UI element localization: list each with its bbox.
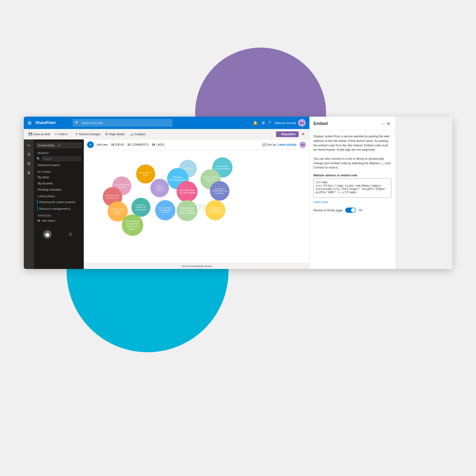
chevron-down-icon: ▾ [66, 133, 68, 136]
ideas-stat: 19 IDEAS [111, 143, 124, 146]
search-icon-small: 🔍 [37, 157, 40, 160]
sidebar-icon-layers[interactable]: ☰ [25, 151, 33, 158]
bubbles-container: viima Reducing Food WasteGreen FeeStart … [84, 150, 309, 263]
notification-icon[interactable]: 🔔 [253, 121, 258, 125]
sidebar-icon-trash[interactable]: 🗑 [25, 169, 33, 177]
save-draft-button[interactable]: 💾 Save as draft [27, 131, 52, 137]
help-icon[interactable]: ? [269, 121, 271, 125]
search-section-label: SEARCH [34, 150, 84, 155]
my-views-section-label: MY VIEWS [34, 168, 84, 174]
idea-bubble-7[interactable]: Start a composting program [151, 179, 169, 197]
main-window: ⊞ SharePoint 🔍 🔔 ⚙ ? Dainora Jociute DJ … [24, 117, 452, 269]
my-ideas-item[interactable]: My ideas [34, 174, 84, 180]
pending-evaluation-item[interactable]: Pending evaluation [34, 187, 84, 193]
sort-control[interactable]: 🔃 Sort by: Latest activity [262, 143, 297, 146]
embed-close-button[interactable]: ✕ [386, 120, 391, 127]
categories-section-label: CATEGORIES [34, 193, 84, 199]
user-name: Dainora Jociute [275, 121, 296, 125]
sharepoint-window: ⊞ SharePoint 🔍 🔔 ⚙ ? Dainora Jociute DJ … [24, 117, 309, 269]
category-bar [37, 200, 38, 204]
details-icon: ⚙ [105, 132, 108, 136]
add-new-button[interactable]: + [87, 141, 94, 148]
republish-button[interactable]: ↑ Republish [276, 131, 299, 137]
board-caption: Viima Sustainability Board [84, 263, 309, 269]
resize-label: Resize to fit the page [313, 208, 342, 212]
discard-icon: ✕ [75, 132, 78, 136]
toggle-on-label: On [359, 208, 362, 212]
pending-evaluation-label: Pending evaluation [38, 188, 62, 191]
bottom-nav-list-view[interactable]: ☰ [66, 230, 75, 239]
my-ideas-label: My ideas [38, 176, 49, 179]
advanced-search-label: Advanced search [38, 164, 60, 167]
resize-toggle[interactable] [345, 207, 356, 213]
toggle-slider [345, 207, 356, 213]
embed-title: Embed [313, 121, 380, 126]
search-icon: 🔍 [75, 121, 80, 125]
board-user-avatar: DJ [299, 141, 306, 148]
global-search-input[interactable] [82, 121, 170, 125]
embed-more-button[interactable]: ··· [380, 120, 386, 127]
idea-bubble-8[interactable]: Stop using paper - Go 100% digital! [177, 181, 198, 202]
comments-stat: 12 COMMENTS [127, 143, 149, 146]
category-2-item[interactable]: Resource management & [34, 205, 84, 212]
page-details-button[interactable]: ⚙ Page details [103, 131, 127, 137]
status-1-label: New ideas! [42, 219, 55, 222]
content-area: ✏ ☰ ⊞ 🗑 Sustainability ... ▾ SEARCH 🔍 Ad… [24, 139, 309, 269]
undo-icon: ↩ [55, 132, 58, 136]
global-search-bar[interactable]: 🔍 [73, 119, 172, 127]
left-navigation: Sustainability ... ▾ SEARCH 🔍 Advanced s… [34, 139, 84, 269]
user-menu[interactable]: Dainora Jociute DJ [275, 119, 306, 127]
embed-body: Display content from a secure website by… [310, 130, 395, 269]
undo-button[interactable]: ↩ Undo ▾ [53, 131, 70, 137]
settings-icon[interactable]: ⚙ [262, 121, 265, 125]
idea-board: + Add new 19 IDEAS 12 COMMENTS 26 LIKES [84, 139, 309, 269]
toolbar-separator [71, 131, 72, 137]
discard-button[interactable]: ✕ Discard changes [73, 131, 102, 137]
embed-code-input[interactable]: <iframe src="https://app.viima.com/demo/… [313, 178, 391, 198]
site-selector[interactable]: Sustainability ... ▾ [36, 142, 82, 149]
sort-value: Latest activity [277, 143, 297, 146]
republish-icon: ↑ [279, 133, 281, 136]
idea-bubble-10[interactable]: Make this initiative an annual event [131, 198, 151, 217]
analytics-button[interactable]: 📊 Analytics [128, 131, 148, 137]
avatar: DJ [298, 119, 306, 127]
category-2-label: Resource management & [39, 207, 70, 210]
category-1-item[interactable]: Reducing the carbon footprint [34, 199, 84, 205]
idea-bubble-14[interactable]: More options for Sustainability courses [155, 200, 175, 221]
board-topbar: + Add new 19 IDEAS 12 COMMENTS 26 LIKES [84, 139, 309, 150]
sidebar-search-input[interactable] [42, 156, 81, 161]
site-name: Sustainability ... [38, 144, 58, 147]
embed-header: Embed ··· ✕ [310, 117, 395, 130]
sidebar-icons: ✏ ☰ ⊞ 🗑 [24, 139, 34, 269]
idea-bubble-15[interactable]: More interaction and common lectures wit… [122, 214, 143, 236]
idea-bubble-9[interactable]: Introduce a Sustainability seal at campu… [210, 181, 229, 201]
site-chevron-icon: ▾ [59, 144, 60, 147]
statuses-section-label: STATUSES [34, 212, 84, 218]
likes-stat: 26 LIKES [151, 143, 165, 146]
sidebar-icon-edit[interactable]: ✏ [25, 141, 33, 150]
embed-description: Display content from a secure website by… [313, 134, 391, 170]
nav-icons: 🔔 ⚙ ? Dainora Jociute DJ [253, 119, 306, 127]
bottom-nav-bubble-view[interactable]: ⬤ [43, 230, 52, 239]
category-1-label: Reducing the carbon footprint [39, 201, 75, 204]
status-dot [38, 220, 40, 222]
idea-bubble-13[interactable]: Calculating Sustainability Index for the… [205, 200, 225, 221]
sort-icon: 🔃 [262, 143, 266, 146]
embed-field-label: Website address or embed code [313, 174, 391, 177]
resize-row: Resize to fit the page On [313, 207, 391, 213]
my-favorites-item[interactable]: My favorites [34, 180, 84, 187]
waffle-icon[interactable]: ⊞ [28, 120, 32, 126]
learn-more-link[interactable]: Learn more [313, 200, 391, 204]
sidebar-icon-grid[interactable]: ⊞ [25, 159, 33, 168]
add-new-label: Add new [97, 143, 108, 146]
leftnav-search-item[interactable]: 🔍 [34, 155, 84, 162]
my-favorites-label: My favorites [38, 182, 53, 185]
advanced-search-item[interactable]: Advanced search [34, 162, 84, 168]
status-1-item[interactable]: New ideas! [34, 218, 84, 223]
topbar: ⊞ SharePoint 🔍 🔔 ⚙ ? Dainora Jociute DJ [24, 117, 309, 129]
embed-panel: Embed ··· ✕ Display content from a secur… [309, 117, 395, 269]
category-bar-2 [37, 206, 38, 211]
idea-bubble-12[interactable]: Solar panels on the roof of the campus b… [177, 200, 198, 221]
close-toolbar-button[interactable]: ✕ [300, 131, 306, 137]
idea-bubble-0[interactable]: Reducing Food Waste [136, 165, 155, 184]
